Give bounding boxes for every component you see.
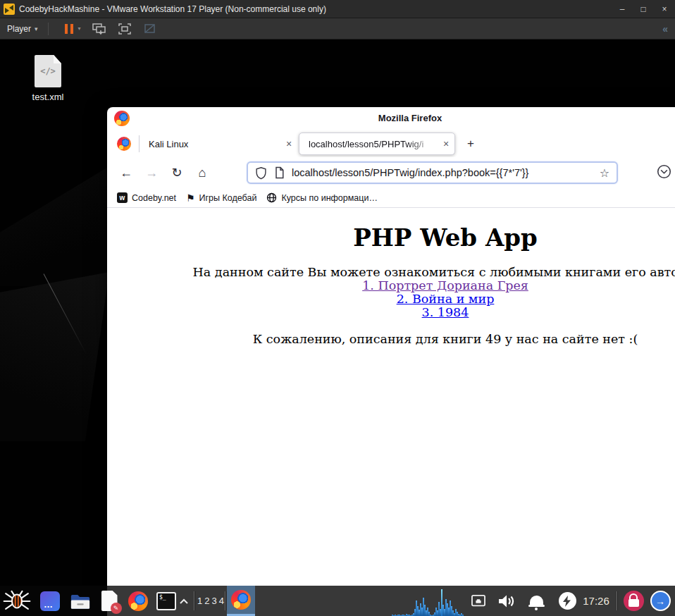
- error-message: К сожалению, описания для книги 49 у нас…: [107, 332, 675, 346]
- workspace-1[interactable]: 1: [197, 596, 202, 606]
- firefox-window: Mozilla Firefox Kali Linux × localhost/l…: [107, 107, 675, 586]
- firefox-window-task-button[interactable]: [227, 586, 255, 616]
- shield-icon[interactable]: [255, 166, 267, 180]
- toolbar-divider: [48, 23, 49, 35]
- wallpaper-facet: [0, 272, 109, 441]
- vmware-toolbar: Player ▾ ▾ «: [0, 18, 675, 39]
- collapse-toolbar-button[interactable]: «: [662, 23, 667, 35]
- terminal-launcher-button[interactable]: $_: [155, 586, 178, 616]
- folder-icon: [70, 592, 91, 610]
- vm-display: </> test.xml Mozilla Firefox Kali Linux …: [0, 39, 675, 616]
- bookmark-star-icon[interactable]: ☆: [600, 166, 609, 180]
- pencil-badge-icon: ✎: [111, 603, 122, 614]
- firefox-window-title: Mozilla Firefox: [107, 113, 675, 123]
- applications-menu-button[interactable]: [0, 586, 34, 616]
- chevron-down-icon: ▾: [78, 25, 81, 32]
- firefox-titlebar[interactable]: Mozilla Firefox: [107, 107, 675, 130]
- page-info-icon[interactable]: [274, 166, 285, 179]
- file-manager-button[interactable]: [69, 586, 92, 616]
- maximize-button[interactable]: □: [633, 0, 654, 18]
- bookmark-igry-codebay[interactable]: ⚑ Игры Кодебай: [186, 193, 256, 203]
- player-menu-button[interactable]: Player ▾: [0, 24, 42, 34]
- chevron-up-icon: [180, 598, 188, 604]
- vmware-logo-icon: [4, 4, 15, 15]
- clock[interactable]: 17:26: [578, 586, 614, 616]
- kali-logo-icon: [3, 589, 31, 613]
- forward-button: →: [142, 164, 161, 182]
- wallpaper-facet: [0, 166, 109, 286]
- page-content: PHP Web App На данном сайте Вы можете оз…: [107, 208, 675, 346]
- bookmarks-toolbar: w Codeby.net ⚑ Игры Кодебай Курсы по инф…: [107, 188, 675, 208]
- reload-button[interactable]: ↻: [168, 164, 186, 182]
- chevron-down-icon: ▾: [35, 25, 38, 32]
- terminal-icon: $_: [156, 592, 176, 610]
- network-graph: [392, 588, 466, 616]
- tab-localhost-active[interactable]: localhost/lesson5/PHPTwig/i ×: [299, 133, 455, 155]
- codeby-favicon: w: [117, 192, 128, 203]
- back-button[interactable]: ←: [117, 164, 135, 182]
- taskbar: … ✎ $_ 1: [0, 586, 675, 616]
- bookmark-label: Codeby.net: [132, 193, 176, 203]
- send-ctrl-alt-del-button[interactable]: [92, 23, 106, 35]
- flag-icon: ⚑: [186, 193, 195, 203]
- firefox-logo-icon: [231, 590, 251, 610]
- close-tab-icon[interactable]: ×: [280, 138, 297, 149]
- lightning-bolt-icon: [563, 596, 571, 607]
- power-manager-icon[interactable]: [557, 586, 578, 616]
- unity-disabled-icon: [143, 23, 157, 35]
- volume-icon[interactable]: [495, 586, 519, 616]
- tab-title: Kali Linux: [140, 139, 280, 149]
- panel-divider: [617, 591, 617, 610]
- tab-kali-linux[interactable]: Kali Linux ×: [140, 133, 297, 155]
- network-tray-icon[interactable]: [468, 586, 489, 616]
- panel-divider: [225, 591, 225, 610]
- new-tab-button[interactable]: +: [462, 135, 480, 153]
- fullscreen-icon: [118, 23, 132, 35]
- minimize-button[interactable]: –: [612, 0, 633, 18]
- fullscreen-button[interactable]: [118, 23, 132, 35]
- pocket-icon[interactable]: [657, 164, 671, 182]
- firefox-launcher-button[interactable]: [127, 586, 149, 616]
- link-book-1[interactable]: 1. Портрет Дориана Грея: [107, 279, 675, 292]
- workspace-3[interactable]: 3: [212, 596, 217, 606]
- notifications-bell-icon[interactable]: [526, 586, 547, 616]
- file-label: test.xml: [20, 92, 76, 102]
- text-editor-button[interactable]: ✎: [99, 586, 120, 616]
- vmware-titlebar: CodebyHackMashine - VMware Workstation 1…: [0, 0, 675, 18]
- player-menu-label: Player: [7, 24, 31, 34]
- bookmark-kursy[interactable]: Курсы по информаци…: [266, 192, 378, 203]
- taskbar-app-launcher[interactable]: …: [39, 586, 61, 616]
- xml-file-icon: </>: [35, 55, 61, 87]
- url-bar[interactable]: localhost/lesson5/PHPTwig/index.php?book…: [247, 161, 618, 184]
- workspace-switcher[interactable]: 1 2 3 4: [197, 586, 224, 616]
- globe-icon: [266, 192, 277, 203]
- pause-icon: [65, 24, 68, 34]
- navigation-toolbar: ← → ↻ ⌂ localhost/lesson5/PHPTwig/index.…: [107, 157, 675, 188]
- workspace-2[interactable]: 2: [204, 596, 209, 606]
- close-button[interactable]: ×: [654, 0, 675, 18]
- panel-expand-button[interactable]: [178, 586, 190, 616]
- bookmark-label: Игры Кодебай: [199, 193, 257, 203]
- close-tab-icon[interactable]: ×: [438, 138, 454, 149]
- link-book-2[interactable]: 2. Война и мир: [107, 292, 675, 306]
- send-keys-icon: [92, 23, 106, 35]
- link-book-3[interactable]: 3. 1984: [107, 306, 675, 319]
- suspend-vm-button[interactable]: ▾: [64, 24, 81, 34]
- home-button[interactable]: ⌂: [193, 164, 211, 182]
- logout-button[interactable]: →: [648, 586, 672, 616]
- url-text[interactable]: localhost/lesson5/PHPTwig/index.php?book…: [292, 167, 595, 178]
- bookmark-codeby[interactable]: w Codeby.net: [117, 192, 176, 203]
- firefox-pinned-tab-icon[interactable]: [117, 137, 131, 151]
- bookmark-label: Курсы по информаци…: [281, 193, 378, 203]
- tab-title: localhost/lesson5/PHPTwig/i: [299, 139, 438, 149]
- vmware-window-title: CodebyHackMashine - VMware Workstation 1…: [19, 4, 326, 14]
- code-glyph: </>: [40, 66, 56, 76]
- lock-screen-button[interactable]: [621, 586, 645, 616]
- desktop-file-test-xml[interactable]: </> test.xml: [20, 55, 76, 102]
- padlock-icon: [624, 591, 644, 611]
- unity-mode-button-disabled: [143, 23, 157, 35]
- arrow-right-icon: →: [650, 591, 671, 611]
- tab-bar: Kali Linux × localhost/lesson5/PHPTwig/i…: [107, 130, 675, 157]
- workspace-4[interactable]: 4: [219, 596, 224, 606]
- app-window-icon: …: [40, 591, 60, 611]
